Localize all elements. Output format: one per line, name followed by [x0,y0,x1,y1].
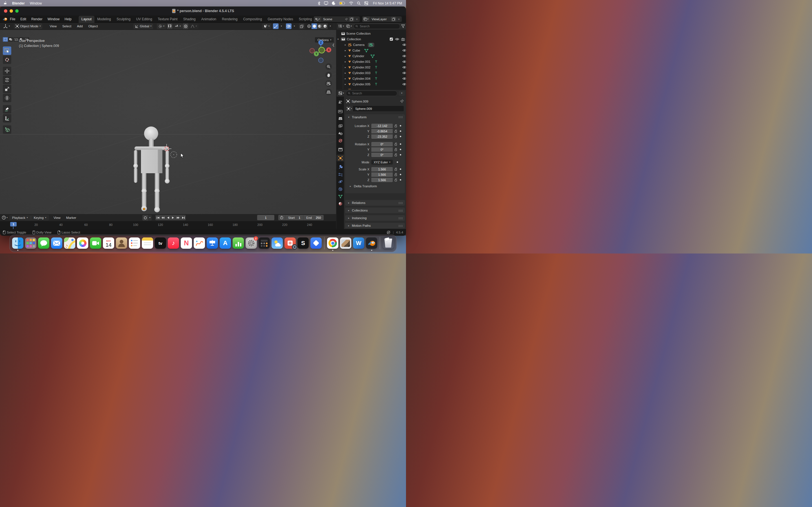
mode-dropdown[interactable]: Object Mode▾ [14,23,42,29]
tab-material[interactable] [337,200,344,207]
shading-solid-button[interactable] [312,23,317,29]
dock-numbers-icon[interactable] [233,237,244,249]
tab-modeling[interactable]: Modeling [94,16,114,23]
viewport-menu-view[interactable]: View [47,24,59,28]
tool-transform[interactable] [3,94,11,102]
hide-eye-icon[interactable] [402,77,406,80]
animate-dot[interactable] [400,130,401,132]
timeline-ruler[interactable]: 20 40 60 80 100 120 140 160 180 200 220 … [0,221,336,229]
playback-menu[interactable]: Playback▾ [9,216,31,219]
dock-contacts-icon[interactable] [116,237,127,249]
outliner-search-input[interactable] [359,24,398,28]
hide-eye-icon[interactable] [402,55,406,57]
pan-view-button[interactable] [325,72,332,78]
dock-app-store-icon[interactable]: A [220,237,231,249]
auto-keying-toggle[interactable] [142,215,148,221]
focus-moon-icon[interactable] [332,1,336,5]
unlink-scene-button[interactable]: ✕ [354,18,360,21]
tool-select-box[interactable] [3,47,11,55]
menu-help[interactable]: Help [62,17,74,21]
object-name-field[interactable]: ▾ Sphere.009 [346,106,404,111]
menubar-window-menu[interactable]: Window [30,1,42,5]
tool-measure[interactable] [3,114,11,122]
gizmos-dropdown[interactable]: ▾ [278,23,284,29]
menu-edit[interactable]: Edit [18,17,29,21]
bluetooth-icon[interactable] [318,1,320,5]
perspective-toggle-button[interactable] [325,89,332,95]
hide-eye-icon[interactable] [402,71,406,74]
animate-dot[interactable] [400,154,401,156]
hide-eye-icon[interactable] [402,66,406,69]
tab-collection[interactable] [337,146,344,153]
dock-keynote-icon[interactable] [207,237,218,249]
auto-keying-dropdown[interactable]: ▾ [148,215,152,221]
dock-weather-icon[interactable] [271,237,283,249]
hide-eye-icon[interactable] [402,43,406,46]
dock-trash-icon[interactable] [383,237,394,249]
object-icon[interactable]: ▾ [346,106,353,111]
dock-preview-image-icon[interactable] [340,237,351,249]
outliner-row-scene-collection[interactable]: Scene Collection [337,31,406,36]
timeline-editor-type-dropdown[interactable]: ▾ [2,216,8,220]
tab-texture-paint[interactable]: Texture Paint [155,16,181,23]
tab-view-layer[interactable] [337,122,344,129]
mesh-data-icon[interactable] [375,60,377,63]
tab-uv-editing[interactable]: UV Editing [133,16,155,23]
tab-shading[interactable]: Shading [181,16,199,23]
outliner-row-cylinder-004[interactable]: ▸ Cylinder.004 [337,76,406,81]
properties-search-input[interactable] [352,91,395,95]
scale-x-field[interactable]: 1.566 [371,167,393,172]
select-mode-subtract[interactable] [13,37,18,42]
viewport-menu-select[interactable]: Select [59,24,74,28]
outliner-row-cylinder[interactable]: ▸ Cylinder [337,53,406,59]
dock-swift-app-icon[interactable] [310,237,322,249]
rotation-y-field[interactable]: 0° [371,147,393,152]
animate-dot[interactable] [400,168,401,170]
transform-panel-header[interactable]: ▾Transform [345,114,405,120]
viewlayer-name[interactable]: ViewLayer [370,17,390,21]
outliner-row-cylinder-001[interactable]: ▸ Cylinder.001 [337,59,406,64]
previous-keyframe-button[interactable] [160,215,165,220]
tab-rendering[interactable]: Rendering [219,16,240,23]
play-reverse-button[interactable] [165,215,170,220]
hide-eye-icon[interactable] [395,38,399,41]
remove-viewlayer-button[interactable]: ✕ [396,18,402,21]
outliner-row-cylinder-003[interactable]: ▸ Cylinder.003 [337,70,406,76]
camera-data-icon[interactable] [368,43,374,47]
outliner-row-collection[interactable]: ▾ Collection [337,36,406,42]
camera-view-button[interactable] [325,80,332,87]
location-y-field[interactable]: -0.8654 [371,129,393,133]
dock-apple-tv-icon[interactable]: tv [155,237,166,249]
dock-freeform-icon[interactable] [194,237,205,249]
select-mode-new[interactable] [3,37,8,42]
lock-icon[interactable] [395,143,398,146]
disable-render-icon[interactable] [401,38,405,41]
dock-system-settings-icon[interactable]: 2 [246,237,257,249]
scale-z-field[interactable]: 1.566 [371,178,393,182]
outliner-search[interactable] [354,24,400,29]
dock-mail-icon[interactable] [51,237,62,249]
scale-y-field[interactable]: 1.566 [371,172,393,177]
navigation-gizmo[interactable]: Z X Y [308,39,334,64]
lock-icon[interactable] [395,168,398,171]
lock-icon[interactable] [395,153,398,157]
tab-geometry-nodes[interactable]: Geometry Nodes [265,16,296,23]
dock-blender-icon[interactable] [366,237,377,249]
delta-transform-section[interactable]: ▸Delta Transform [349,184,377,188]
control-center-icon[interactable] [364,1,368,5]
mesh-data-icon[interactable] [375,83,377,86]
tab-scripting[interactable]: Scripting [296,16,315,23]
display-icon[interactable] [324,1,328,5]
dock-music-icon[interactable]: ♪ [168,237,179,249]
spotlight-icon[interactable] [357,1,361,5]
tab-output[interactable] [337,115,344,122]
end-frame-field[interactable]: End250 [303,215,324,220]
outliner-row-cube[interactable]: ▸ Cube [337,48,406,53]
menu-render[interactable]: Render [29,17,45,21]
dock-photo-booth-icon[interactable] [285,237,296,249]
outliner-display-mode-dropdown[interactable]: ▾ [346,24,352,28]
sidebar-collapse-arrow[interactable]: ❮ [332,43,335,47]
viewport-menu-add[interactable]: Add [74,24,86,28]
use-preview-range-icon[interactable] [278,215,285,220]
object-visibility-dropdown[interactable]: ▾ [262,23,271,29]
